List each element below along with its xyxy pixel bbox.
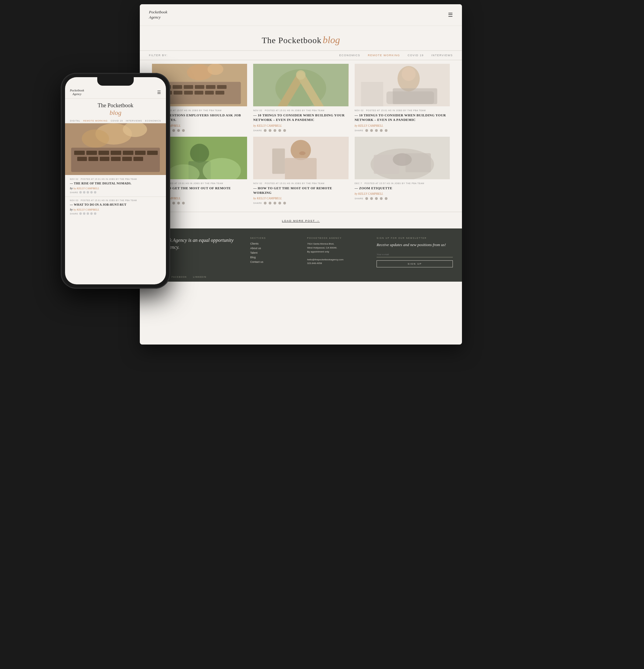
svg-rect-46 — [86, 151, 97, 155]
post-5-image — [253, 137, 348, 179]
footer-signup-button[interactable]: SIGN UP — [377, 260, 453, 267]
share-email-5[interactable] — [283, 202, 286, 204]
share-facebook-5[interactable] — [269, 202, 271, 204]
filter-interviews[interactable]: INTERVIEWS — [431, 54, 453, 57]
phone-share-email[interactable] — [94, 191, 96, 194]
svg-rect-6 — [206, 85, 215, 89]
phone-post-image — [65, 123, 166, 175]
post-6-title[interactable]: — ZOOM ETIQUETTE — [355, 186, 450, 190]
phone-post-meta: NOV 02 POSTED AT 15:01 HS IN JOBS BY THE… — [70, 178, 161, 180]
phone-filter-economics[interactable]: ECONOMICS — [145, 120, 161, 122]
post-6-image — [355, 137, 450, 179]
post-3-meta: NOV 02 POSTED AT 15:01 HS IN JOBS BY THE… — [355, 109, 450, 112]
share-linkedin[interactable] — [177, 129, 180, 132]
svg-point-37 — [299, 151, 306, 155]
phone-screen: Pocketbook Agency ☰ The Pocketbook blog … — [65, 77, 166, 284]
svg-rect-47 — [98, 151, 109, 155]
svg-rect-54 — [100, 157, 109, 161]
filter-label: FILTER BY: — [149, 54, 168, 57]
phone-post-title[interactable]: — THE RISE OF THE DIGITAL NOMADS. — [70, 181, 161, 186]
phone-post-author: by by KELLY CAMPBELL — [70, 187, 161, 190]
share-facebook-6[interactable] — [370, 197, 373, 200]
phone-hamburger-icon[interactable]: ☰ — [157, 90, 161, 95]
post-2-author: by KELLY CAMPBELL — [253, 124, 348, 127]
footer-bottom: INSTAGRAM FACEBOOK LINKEDIN — [140, 273, 462, 282]
footer-agency-col: POCKETBOOK AGENCY 7914 Santa Monica Blvd… — [307, 237, 370, 267]
blog-post-3: NOV 02 POSTED AT 15:01 HS IN JOBS BY THE… — [352, 64, 453, 137]
footer-facebook[interactable]: FACEBOOK — [172, 276, 187, 278]
svg-rect-10 — [184, 91, 193, 95]
phone-share-linkedin[interactable] — [90, 191, 93, 194]
footer-newsletter-text: Receive updates and new positions from u… — [377, 242, 453, 247]
share-linkedin-3[interactable] — [380, 129, 383, 132]
phone-filter-digital[interactable]: DIGITAL — [70, 120, 80, 122]
post-3-share: SHARE — [355, 129, 450, 132]
share-twitter[interactable] — [172, 129, 175, 132]
post-2-image — [253, 64, 348, 106]
phone-share-twitter[interactable] — [87, 191, 89, 194]
phone-post-2-title[interactable]: — WHAT TO DO IN A JOB-HUNT-RUT — [70, 203, 161, 207]
post-2-share: SHARE — [253, 129, 348, 132]
share-email[interactable] — [182, 129, 185, 132]
phone-filter-remote[interactable]: REMOTE WORKING — [83, 120, 108, 122]
share-facebook-2[interactable] — [269, 129, 271, 132]
phone-share-instagram[interactable] — [79, 191, 82, 194]
footer-link-blog[interactable]: Blog — [250, 256, 301, 259]
share-instagram-2[interactable] — [264, 129, 267, 132]
footer-sections-title: SECTIONS — [250, 237, 301, 239]
phone-share-facebook-2[interactable] — [83, 212, 85, 215]
share-email-6[interactable] — [385, 197, 388, 200]
share-linkedin-2[interactable] — [278, 129, 281, 132]
share-linkedin-4[interactable] — [177, 202, 180, 204]
share-instagram-5[interactable] — [264, 202, 267, 204]
svg-rect-35 — [285, 158, 317, 179]
phone-post-2-author: by by KELLY CAMPBELL — [70, 208, 161, 211]
share-linkedin-6[interactable] — [380, 197, 383, 200]
share-email-3[interactable] — [385, 129, 388, 132]
phone-share-instagram-2[interactable] — [79, 212, 82, 215]
share-instagram-3[interactable] — [365, 129, 368, 132]
phone-share-twitter-2[interactable] — [87, 212, 89, 215]
share-twitter-3[interactable] — [375, 129, 378, 132]
post-5-title[interactable]: — HOW TO GET THE MOST OUT OF REMOTE WORK… — [253, 186, 348, 195]
svg-rect-53 — [88, 157, 98, 161]
phone-logo: Pocketbook Agency — [70, 89, 84, 96]
phone-share-linkedin-2[interactable] — [90, 212, 93, 215]
share-twitter-4[interactable] — [172, 202, 175, 204]
hamburger-icon[interactable]: ☰ — [448, 12, 453, 18]
footer-linkedin[interactable]: LINKEDIN — [193, 276, 206, 278]
footer-link-clients[interactable]: Clients — [250, 242, 301, 245]
phone-blog-title: The Pocketbook blog — [65, 99, 166, 118]
filter-remote-working[interactable]: REMOTE WORKING — [368, 54, 400, 57]
footer-link-talent[interactable]: Talent — [250, 251, 301, 254]
phone-filter-interviews[interactable]: INTERVIEWS — [126, 120, 142, 122]
blog-post-5: NOV 02 POSTED AT 15:01 HS IN JOBS BY THE… — [250, 137, 351, 210]
svg-point-15 — [208, 64, 223, 75]
load-more-link[interactable]: LOAD MORE POST → — [282, 219, 320, 223]
desktop-logo: Pocketbook Agency — [149, 10, 167, 20]
filter-covid19[interactable]: COVID 19 — [408, 54, 424, 57]
share-linkedin-5[interactable] — [278, 202, 281, 204]
share-email-4[interactable] — [182, 202, 185, 204]
phone-share-facebook[interactable] — [83, 191, 85, 194]
footer-link-contact[interactable]: Contact us — [250, 260, 301, 264]
phone-header: Pocketbook Agency ☰ — [65, 86, 166, 99]
post-2-title[interactable]: — 10 THINGS TO CONSIDER WHEN BUILDING YO… — [253, 113, 348, 123]
share-email-2[interactable] — [283, 129, 286, 132]
share-twitter-2[interactable] — [274, 129, 276, 132]
share-twitter-5[interactable] — [274, 202, 276, 204]
post-3-title[interactable]: — 10 THINGS TO CONSIDER WHEN BUILDING YO… — [355, 113, 450, 123]
post-5-author: by KELLY CAMPBELL — [253, 197, 348, 200]
post-5-meta: NOV 02 POSTED AT 15:01 HS IN JOBS BY THE… — [253, 182, 348, 184]
share-twitter-6[interactable] — [375, 197, 378, 200]
blog-post-2: NOV 02 POSTED AT 15:01 HS IN JOBS BY THE… — [250, 64, 351, 137]
footer-email-input[interactable] — [377, 252, 453, 257]
share-facebook-3[interactable] — [370, 129, 373, 132]
footer-link-about[interactable]: About us — [250, 247, 301, 250]
phone-share-email-2[interactable] — [94, 212, 96, 215]
filter-economics[interactable]: ECONOMICS — [339, 54, 360, 57]
phone-filter-covid[interactable]: COVID 19 — [111, 120, 123, 122]
phone-share: SHARE — [70, 191, 161, 194]
share-instagram-6[interactable] — [365, 197, 368, 200]
blog-title-cursive: blog — [323, 34, 340, 45]
